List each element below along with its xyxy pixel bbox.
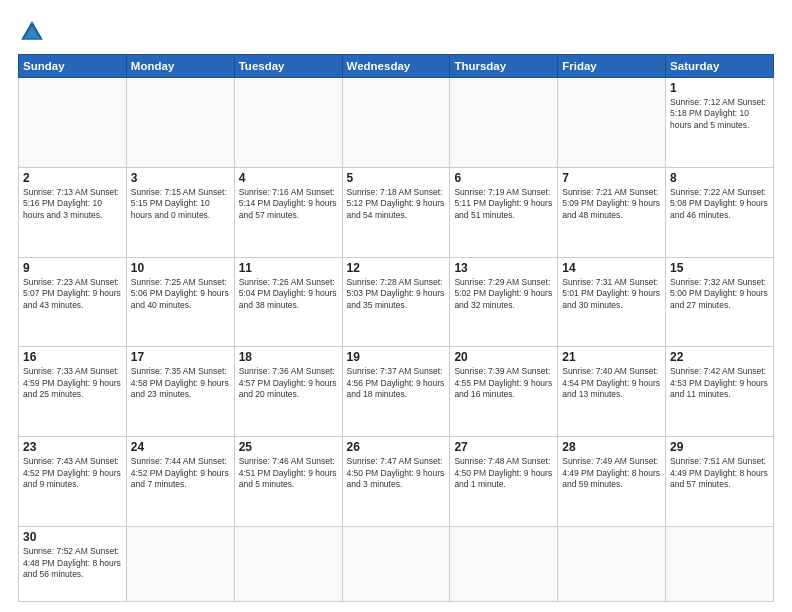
calendar-cell: 7Sunrise: 7:21 AM Sunset: 5:09 PM Daylig… [558, 167, 666, 257]
calendar-cell [450, 527, 558, 602]
day-info: Sunrise: 7:16 AM Sunset: 5:14 PM Dayligh… [239, 187, 338, 221]
day-info: Sunrise: 7:36 AM Sunset: 4:57 PM Dayligh… [239, 366, 338, 400]
calendar-cell: 16Sunrise: 7:33 AM Sunset: 4:59 PM Dayli… [19, 347, 127, 437]
day-info: Sunrise: 7:31 AM Sunset: 5:01 PM Dayligh… [562, 277, 661, 311]
day-number: 17 [131, 350, 230, 364]
calendar-cell: 20Sunrise: 7:39 AM Sunset: 4:55 PM Dayli… [450, 347, 558, 437]
weekday-header-thursday: Thursday [450, 55, 558, 78]
day-number: 25 [239, 440, 338, 454]
day-info: Sunrise: 7:52 AM Sunset: 4:48 PM Dayligh… [23, 546, 122, 580]
calendar-cell: 22Sunrise: 7:42 AM Sunset: 4:53 PM Dayli… [666, 347, 774, 437]
calendar-cell: 12Sunrise: 7:28 AM Sunset: 5:03 PM Dayli… [342, 257, 450, 347]
weekday-header-tuesday: Tuesday [234, 55, 342, 78]
day-info: Sunrise: 7:23 AM Sunset: 5:07 PM Dayligh… [23, 277, 122, 311]
day-info: Sunrise: 7:48 AM Sunset: 4:50 PM Dayligh… [454, 456, 553, 490]
calendar-cell: 21Sunrise: 7:40 AM Sunset: 4:54 PM Dayli… [558, 347, 666, 437]
day-info: Sunrise: 7:37 AM Sunset: 4:56 PM Dayligh… [347, 366, 446, 400]
calendar-cell: 19Sunrise: 7:37 AM Sunset: 4:56 PM Dayli… [342, 347, 450, 437]
day-number: 14 [562, 261, 661, 275]
day-info: Sunrise: 7:33 AM Sunset: 4:59 PM Dayligh… [23, 366, 122, 400]
calendar-cell [126, 78, 234, 168]
day-info: Sunrise: 7:22 AM Sunset: 5:08 PM Dayligh… [670, 187, 769, 221]
calendar-table: SundayMondayTuesdayWednesdayThursdayFrid… [18, 54, 774, 602]
weekday-header-sunday: Sunday [19, 55, 127, 78]
weekday-header-row: SundayMondayTuesdayWednesdayThursdayFrid… [19, 55, 774, 78]
day-info: Sunrise: 7:25 AM Sunset: 5:06 PM Dayligh… [131, 277, 230, 311]
day-info: Sunrise: 7:44 AM Sunset: 4:52 PM Dayligh… [131, 456, 230, 490]
calendar-cell: 28Sunrise: 7:49 AM Sunset: 4:49 PM Dayli… [558, 437, 666, 527]
day-number: 29 [670, 440, 769, 454]
calendar-cell: 14Sunrise: 7:31 AM Sunset: 5:01 PM Dayli… [558, 257, 666, 347]
calendar-week-1: 1Sunrise: 7:12 AM Sunset: 5:18 PM Daylig… [19, 78, 774, 168]
calendar-cell: 24Sunrise: 7:44 AM Sunset: 4:52 PM Dayli… [126, 437, 234, 527]
day-number: 27 [454, 440, 553, 454]
day-info: Sunrise: 7:18 AM Sunset: 5:12 PM Dayligh… [347, 187, 446, 221]
day-number: 11 [239, 261, 338, 275]
calendar-cell: 26Sunrise: 7:47 AM Sunset: 4:50 PM Dayli… [342, 437, 450, 527]
calendar-week-5: 23Sunrise: 7:43 AM Sunset: 4:52 PM Dayli… [19, 437, 774, 527]
day-number: 18 [239, 350, 338, 364]
calendar-cell [558, 78, 666, 168]
calendar-cell: 1Sunrise: 7:12 AM Sunset: 5:18 PM Daylig… [666, 78, 774, 168]
calendar-cell [666, 527, 774, 602]
day-number: 3 [131, 171, 230, 185]
weekday-header-wednesday: Wednesday [342, 55, 450, 78]
calendar-week-3: 9Sunrise: 7:23 AM Sunset: 5:07 PM Daylig… [19, 257, 774, 347]
calendar-cell [234, 527, 342, 602]
day-info: Sunrise: 7:49 AM Sunset: 4:49 PM Dayligh… [562, 456, 661, 490]
calendar-cell [126, 527, 234, 602]
day-info: Sunrise: 7:15 AM Sunset: 5:15 PM Dayligh… [131, 187, 230, 221]
day-number: 5 [347, 171, 446, 185]
calendar-cell: 8Sunrise: 7:22 AM Sunset: 5:08 PM Daylig… [666, 167, 774, 257]
day-info: Sunrise: 7:35 AM Sunset: 4:58 PM Dayligh… [131, 366, 230, 400]
day-number: 30 [23, 530, 122, 544]
calendar-cell [342, 527, 450, 602]
day-number: 13 [454, 261, 553, 275]
calendar-week-6: 30Sunrise: 7:52 AM Sunset: 4:48 PM Dayli… [19, 527, 774, 602]
calendar-cell: 5Sunrise: 7:18 AM Sunset: 5:12 PM Daylig… [342, 167, 450, 257]
day-number: 15 [670, 261, 769, 275]
day-number: 10 [131, 261, 230, 275]
day-info: Sunrise: 7:51 AM Sunset: 4:49 PM Dayligh… [670, 456, 769, 490]
day-number: 19 [347, 350, 446, 364]
day-number: 2 [23, 171, 122, 185]
day-number: 21 [562, 350, 661, 364]
calendar-cell [450, 78, 558, 168]
logo [18, 18, 50, 46]
calendar-cell: 13Sunrise: 7:29 AM Sunset: 5:02 PM Dayli… [450, 257, 558, 347]
calendar-cell: 3Sunrise: 7:15 AM Sunset: 5:15 PM Daylig… [126, 167, 234, 257]
calendar-cell [342, 78, 450, 168]
day-info: Sunrise: 7:26 AM Sunset: 5:04 PM Dayligh… [239, 277, 338, 311]
day-number: 9 [23, 261, 122, 275]
day-number: 23 [23, 440, 122, 454]
calendar-cell: 27Sunrise: 7:48 AM Sunset: 4:50 PM Dayli… [450, 437, 558, 527]
day-number: 12 [347, 261, 446, 275]
day-number: 24 [131, 440, 230, 454]
day-info: Sunrise: 7:19 AM Sunset: 5:11 PM Dayligh… [454, 187, 553, 221]
day-number: 6 [454, 171, 553, 185]
calendar-cell: 9Sunrise: 7:23 AM Sunset: 5:07 PM Daylig… [19, 257, 127, 347]
calendar-cell [558, 527, 666, 602]
day-info: Sunrise: 7:47 AM Sunset: 4:50 PM Dayligh… [347, 456, 446, 490]
day-number: 8 [670, 171, 769, 185]
day-number: 28 [562, 440, 661, 454]
day-number: 22 [670, 350, 769, 364]
calendar-week-2: 2Sunrise: 7:13 AM Sunset: 5:16 PM Daylig… [19, 167, 774, 257]
day-info: Sunrise: 7:32 AM Sunset: 5:00 PM Dayligh… [670, 277, 769, 311]
day-number: 4 [239, 171, 338, 185]
day-number: 7 [562, 171, 661, 185]
calendar-cell: 23Sunrise: 7:43 AM Sunset: 4:52 PM Dayli… [19, 437, 127, 527]
page: SundayMondayTuesdayWednesdayThursdayFrid… [0, 0, 792, 612]
calendar-cell: 10Sunrise: 7:25 AM Sunset: 5:06 PM Dayli… [126, 257, 234, 347]
weekday-header-friday: Friday [558, 55, 666, 78]
calendar-cell: 29Sunrise: 7:51 AM Sunset: 4:49 PM Dayli… [666, 437, 774, 527]
calendar-cell: 30Sunrise: 7:52 AM Sunset: 4:48 PM Dayli… [19, 527, 127, 602]
day-number: 26 [347, 440, 446, 454]
calendar-cell: 6Sunrise: 7:19 AM Sunset: 5:11 PM Daylig… [450, 167, 558, 257]
calendar-cell: 18Sunrise: 7:36 AM Sunset: 4:57 PM Dayli… [234, 347, 342, 437]
day-info: Sunrise: 7:42 AM Sunset: 4:53 PM Dayligh… [670, 366, 769, 400]
weekday-header-saturday: Saturday [666, 55, 774, 78]
calendar-cell [19, 78, 127, 168]
calendar-cell: 17Sunrise: 7:35 AM Sunset: 4:58 PM Dayli… [126, 347, 234, 437]
day-info: Sunrise: 7:13 AM Sunset: 5:16 PM Dayligh… [23, 187, 122, 221]
